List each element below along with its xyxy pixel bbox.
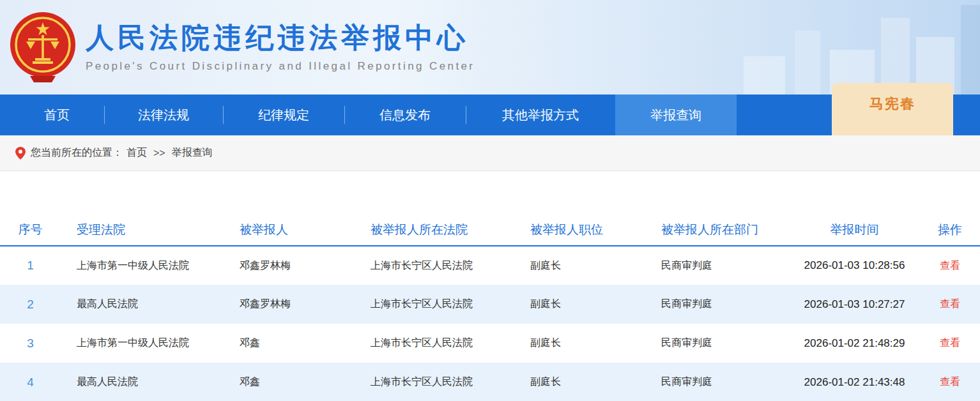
- nav-items: 首页法律法规纪律规定信息发布其他举报方式举报查询: [0, 95, 737, 135]
- row-no: 3: [0, 324, 61, 363]
- nav-item-laws-regulations[interactable]: 法律法规: [104, 95, 223, 135]
- table-header-row: 序号受理法院被举报人被举报人所在法院被举报人职位被举报人所在部门举报时间操作: [0, 214, 980, 246]
- person-department: 民商审判庭: [645, 246, 789, 285]
- view-link[interactable]: 查看: [940, 376, 960, 387]
- accepting-court: 最高人民法院: [61, 285, 224, 324]
- person-department: 民商审判庭: [645, 285, 789, 324]
- column-header: 被举报人: [224, 214, 355, 246]
- person-department: 民商审判庭: [645, 324, 789, 363]
- report-time: 2026-01-02 21:48:29: [789, 324, 920, 363]
- accepting-court: 上海市第一中级人民法院: [61, 324, 224, 363]
- action-cell: 查看: [920, 285, 980, 324]
- nav-item-home[interactable]: 首页: [10, 95, 104, 135]
- view-link[interactable]: 查看: [940, 260, 960, 271]
- site-header: 人民法院违纪违法举报中心 People's Court Disciplinary…: [0, 0, 980, 95]
- report-time: 2026-01-03 10:28:56: [789, 246, 920, 285]
- table-row: 3上海市第一中级人民法院邓鑫上海市长宁区人民法院副庭长民商审判庭2026-01-…: [0, 324, 980, 363]
- table-row: 1上海市第一中级人民法院邓鑫罗林梅上海市长宁区人民法院副庭长民商审判庭2026-…: [0, 246, 980, 285]
- person-position: 副庭长: [514, 285, 645, 324]
- court-emblem-logo: [9, 10, 77, 85]
- column-header: 操作: [920, 214, 980, 246]
- column-header: 受理法院: [61, 214, 224, 246]
- column-header: 被举报人所在法院: [355, 214, 514, 246]
- site-title: 人民法院违纪违法举报中心: [86, 22, 475, 54]
- person-department: 民商审判庭: [645, 363, 789, 401]
- reported-person: 邓鑫: [224, 324, 355, 363]
- person-position: 副庭长: [514, 363, 645, 401]
- breadcrumb-home-link[interactable]: 首页: [126, 146, 147, 160]
- site-subtitle: People's Court Disciplinary and Illegal …: [86, 60, 475, 73]
- reported-person: 邓鑫罗林梅: [224, 285, 355, 324]
- location-pin-icon: [15, 147, 26, 160]
- action-cell: 查看: [920, 363, 980, 401]
- row-no: 1: [0, 246, 61, 285]
- table-row: 4最高人民法院邓鑫上海市长宁区人民法院副庭长民商审判庭2026-01-02 21…: [0, 363, 980, 401]
- breadcrumb: 您当前所在的位置： 首页 >> 举报查询: [0, 135, 980, 171]
- accepting-court: 最高人民法院: [61, 363, 224, 401]
- person-court: 上海市长宁区人民法院: [355, 324, 514, 363]
- view-link[interactable]: 查看: [940, 298, 960, 309]
- site-titles: 人民法院违纪违法举报中心 People's Court Disciplinary…: [86, 22, 475, 73]
- person-position: 副庭长: [514, 246, 645, 285]
- person-position: 副庭长: [514, 324, 645, 363]
- report-query-results: 序号受理法院被举报人被举报人所在法院被举报人职位被举报人所在部门举报时间操作 1…: [0, 171, 980, 401]
- breadcrumb-prefix: 您当前所在的位置：: [31, 146, 123, 160]
- accepting-court: 上海市第一中级人民法院: [61, 246, 224, 285]
- nav-item-other-report-methods[interactable]: 其他举报方式: [466, 95, 615, 135]
- person-court: 上海市长宁区人民法院: [355, 246, 514, 285]
- report-time: 2026-01-02 21:43:48: [789, 363, 920, 401]
- reported-person: 邓鑫罗林梅: [224, 246, 355, 285]
- column-header: 序号: [0, 214, 61, 246]
- report-table: 序号受理法院被举报人被举报人所在法院被举报人职位被举报人所在部门举报时间操作 1…: [0, 214, 980, 401]
- report-time: 2026-01-03 10:27:27: [789, 285, 920, 324]
- person-court: 上海市长宁区人民法院: [355, 285, 514, 324]
- column-header: 被举报人职位: [514, 214, 645, 246]
- nav-item-report-query[interactable]: 举报查询: [615, 95, 737, 135]
- view-link[interactable]: 查看: [940, 337, 960, 348]
- breadcrumb-separator: >>: [153, 148, 165, 159]
- nav-item-info-release[interactable]: 信息发布: [344, 95, 466, 135]
- table-row: 2最高人民法院邓鑫罗林梅上海市长宁区人民法院副庭长民商审判庭2026-01-03…: [0, 285, 980, 324]
- user-button[interactable]: 马宪春: [832, 83, 953, 135]
- row-no: 2: [0, 285, 61, 324]
- action-cell: 查看: [920, 246, 980, 285]
- action-cell: 查看: [920, 324, 980, 363]
- column-header: 举报时间: [789, 214, 920, 246]
- city-skyline-decoration: [622, 0, 980, 95]
- breadcrumb-current: 举报查询: [172, 146, 213, 160]
- row-no: 4: [0, 363, 61, 401]
- person-court: 上海市长宁区人民法院: [355, 363, 514, 401]
- reported-person: 邓鑫: [224, 363, 355, 401]
- column-header: 被举报人所在部门: [645, 214, 789, 246]
- table-body: 1上海市第一中级人民法院邓鑫罗林梅上海市长宁区人民法院副庭长民商审判庭2026-…: [0, 246, 980, 401]
- main-nav: 首页法律法规纪律规定信息发布其他举报方式举报查询 马宪春: [0, 95, 980, 135]
- nav-item-discipline-rules[interactable]: 纪律规定: [223, 95, 344, 135]
